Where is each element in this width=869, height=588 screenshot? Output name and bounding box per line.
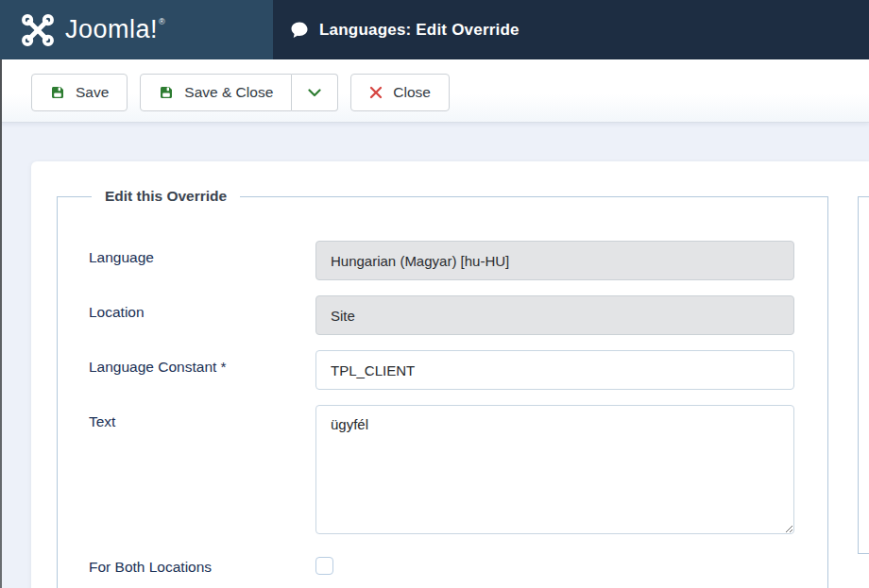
save-options-dropdown-toggle[interactable] xyxy=(292,74,338,111)
toolbar: Save Save & Close Close xyxy=(0,59,869,123)
close-button-label: Close xyxy=(393,84,431,101)
save-and-close-button-label: Save & Close xyxy=(184,84,273,101)
text-label: Text xyxy=(89,413,115,430)
app-header: Joomla!® Languages: Edit Override xyxy=(0,0,869,59)
save-floppy-icon xyxy=(159,85,174,100)
language-field xyxy=(315,241,794,280)
close-button[interactable]: Close xyxy=(350,74,450,111)
text-field[interactable]: ügyfél xyxy=(315,405,794,534)
joomla-brand: Joomla!® xyxy=(0,0,273,59)
location-field xyxy=(315,295,794,335)
language-constant-label: Language Constant * xyxy=(89,359,227,376)
save-button[interactable]: Save xyxy=(31,74,128,111)
page-title-bar: Languages: Edit Override xyxy=(273,0,869,59)
close-x-icon xyxy=(369,86,383,99)
save-button-label: Save xyxy=(76,84,109,101)
language-constant-field[interactable] xyxy=(315,350,794,390)
save-floppy-icon xyxy=(50,85,65,100)
brand-wordmark: Joomla!® xyxy=(65,17,165,42)
comment-bubble-icon xyxy=(290,21,309,40)
language-label: Language xyxy=(89,249,154,266)
joomla-logo-icon xyxy=(21,11,55,49)
for-both-locations-checkbox[interactable] xyxy=(315,557,333,575)
window-edge xyxy=(0,59,2,588)
save-close-button-group: Save & Close xyxy=(140,74,338,111)
save-and-close-button[interactable]: Save & Close xyxy=(140,74,292,111)
page-title: Languages: Edit Override xyxy=(319,21,520,40)
fieldset-legend: Edit this Override xyxy=(92,189,240,204)
location-label: Location xyxy=(89,304,145,321)
secondary-fieldset xyxy=(858,196,869,554)
chevron-down-icon xyxy=(308,89,321,97)
edit-override-card: Edit this Override Language Location Lan… xyxy=(31,161,869,588)
for-both-locations-label: For Both Locations xyxy=(89,559,212,576)
registered-mark: ® xyxy=(159,17,165,26)
